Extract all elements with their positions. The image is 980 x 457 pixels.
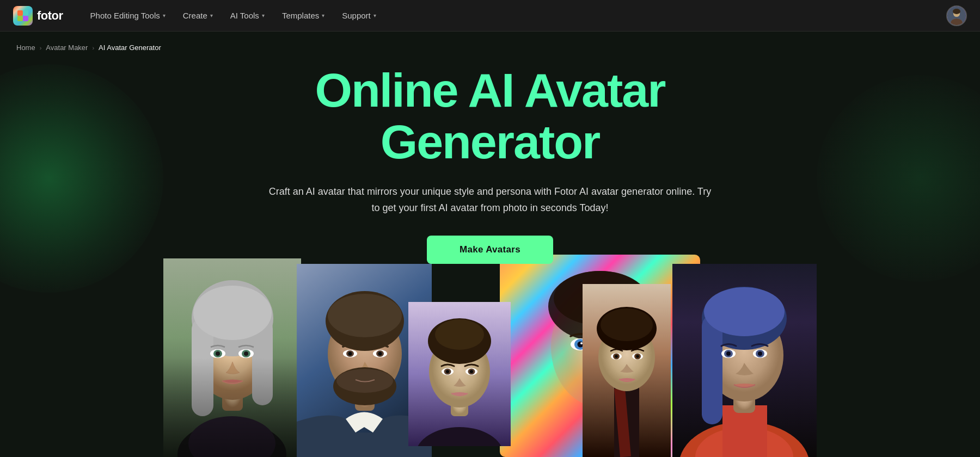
nav-items: Photo Editing Tools ▾ Create ▾ AI Tools …: [83, 7, 514, 24]
gallery-image-3: [408, 302, 511, 446]
svg-rect-1: [23, 10, 28, 16]
svg-point-88: [758, 351, 762, 356]
svg-rect-0: [17, 10, 23, 16]
svg-point-29: [328, 294, 402, 337]
svg-point-35: [378, 352, 382, 356]
svg-point-82: [704, 287, 785, 336]
svg-point-49: [470, 370, 473, 373]
hero-title: Online AI Avatar Generator: [315, 64, 665, 168]
gallery-inner: [163, 256, 817, 457]
navbar: fotor Photo Editing Tools ▾ Create ▾ AI …: [0, 0, 980, 32]
svg-point-43: [435, 319, 484, 350]
svg-point-8: [953, 9, 960, 14]
chevron-down-icon: ▾: [163, 13, 166, 18]
svg-rect-81: [702, 316, 722, 424]
portrait-svg-6: [672, 264, 817, 457]
svg-point-73: [636, 355, 639, 358]
portrait-svg-5: [583, 284, 671, 457]
breadcrumb-parent[interactable]: Avatar Maker: [46, 44, 88, 52]
svg-point-37: [336, 369, 393, 393]
gallery-image-1: [163, 258, 301, 457]
breadcrumb-separator: ›: [40, 45, 42, 51]
portrait-svg-3: [408, 302, 511, 446]
chevron-down-icon: ▾: [262, 13, 265, 18]
make-avatars-button[interactable]: Make Avatars: [427, 236, 553, 264]
logo[interactable]: fotor: [13, 6, 63, 26]
svg-point-46: [446, 370, 449, 373]
svg-point-70: [615, 355, 618, 358]
svg-rect-2: [17, 16, 23, 21]
chevron-down-icon: ▾: [322, 13, 324, 18]
breadcrumb-home[interactable]: Home: [16, 44, 35, 52]
svg-point-32: [348, 352, 352, 356]
chevron-down-icon: ▾: [210, 13, 213, 18]
logo-icon: [13, 6, 33, 26]
nav-item-ai-tools[interactable]: AI Tools ▾: [223, 7, 272, 24]
chevron-down-icon: ▾: [373, 13, 376, 18]
user-avatar[interactable]: [946, 5, 967, 26]
logo-text: fotor: [37, 9, 63, 23]
gallery-section: [0, 256, 980, 457]
nav-item-support[interactable]: Support ▾: [334, 7, 384, 24]
main-content: Home › Avatar Maker › AI Avatar Generato…: [0, 32, 980, 457]
breadcrumb-current: AI Avatar Generator: [99, 44, 161, 52]
breadcrumb-separator: ›: [92, 45, 94, 51]
gallery-image-5: [583, 284, 671, 457]
breadcrumb: Home › Avatar Maker › AI Avatar Generato…: [16, 44, 161, 52]
gallery-image-6: [672, 264, 817, 457]
nav-item-templates[interactable]: Templates ▾: [274, 7, 332, 24]
nav-item-photo-editing[interactable]: Photo Editing Tools ▾: [83, 7, 173, 24]
hero-section: Online AI Avatar Generator Craft an AI a…: [0, 64, 980, 264]
hero-subtitle: Craft an AI avatar that mirrors your uni…: [267, 184, 713, 216]
svg-point-67: [601, 308, 653, 341]
nav-item-create[interactable]: Create ▾: [175, 7, 220, 24]
svg-rect-3: [23, 16, 28, 21]
svg-rect-77: [722, 405, 767, 457]
svg-point-85: [726, 351, 731, 356]
